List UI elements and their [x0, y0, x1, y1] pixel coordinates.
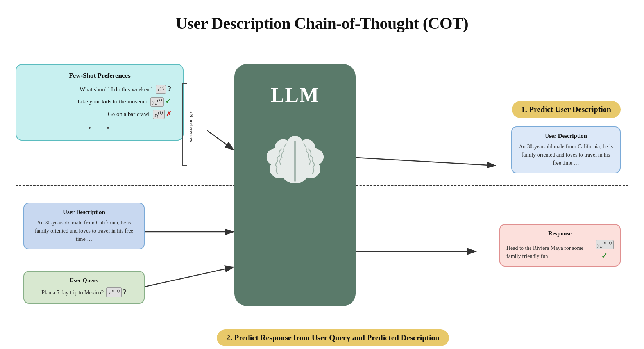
- step1-label: 1. Predict User Description: [512, 101, 621, 118]
- pref-row-1: What should I do this weekend x(1) ?: [26, 85, 174, 94]
- response-text-area: Head to the Riviera Maya for some family…: [506, 240, 614, 260]
- user-desc-top-title: User Description: [518, 133, 614, 139]
- pref-text-2: Take your kids to the museum yw(1) ✓: [26, 97, 174, 107]
- user-desc-box-top: User Description An 30-year-old male fro…: [511, 126, 621, 173]
- pref-row-3: Go on a bar crawl yl(1) ✗: [26, 110, 174, 119]
- check-icon-1: ✓: [165, 97, 171, 105]
- response-badge-area: yw(n+1) ✓: [596, 240, 614, 260]
- user-query-box: User Query Plan a 5 day trip to Mexico? …: [23, 271, 145, 304]
- svg-rect-0: [294, 140, 296, 182]
- response-box: Response Head to the Riviera Maya for so…: [499, 224, 621, 267]
- llm-box: LLM: [234, 64, 356, 306]
- pref-text-3: Go on a bar crawl yl(1) ✗: [26, 110, 174, 119]
- xn-preferences-label: xN preferences: [189, 111, 195, 142]
- check-icon-response: ✓: [601, 251, 608, 260]
- response-title: Response: [506, 230, 614, 237]
- few-shot-title: Few-Shot Preferences: [26, 72, 174, 80]
- var-xn1: x(n+1): [106, 287, 122, 297]
- svg-line-2: [207, 130, 234, 150]
- user-desc-bottom-left: User Description An 30-year-old male fro…: [23, 203, 145, 249]
- few-shot-rows: What should I do this weekend x(1) ? Tak…: [26, 85, 174, 133]
- response-text: Head to the Riviera Maya for some family…: [506, 244, 592, 260]
- cross-icon-1: ✗: [166, 110, 171, 117]
- var-yl1: yl(1): [153, 110, 165, 119]
- step2-label: 2. Predict Response from User Query and …: [217, 329, 449, 346]
- user-desc-bottom-title: User Description: [30, 209, 138, 215]
- var-ywn1: yw(n+1): [596, 240, 614, 249]
- svg-line-5: [145, 267, 234, 287]
- few-shot-box: Few-Shot Preferences What should I do th…: [16, 64, 184, 141]
- user-desc-bottom-text: An 30-year-old male from California, he …: [30, 219, 138, 243]
- llm-label: LLM: [271, 84, 319, 107]
- pref-row-2: Take your kids to the museum yw(1) ✓: [26, 97, 174, 107]
- svg-line-3: [356, 158, 496, 166]
- dots-row: • •: [26, 124, 174, 133]
- pref-text-1: What should I do this weekend x(1) ?: [26, 85, 174, 94]
- user-query-text: Plan a 5 day trip to Mexico? x(n+1) ?: [30, 287, 138, 297]
- user-query-title: User Query: [30, 277, 138, 284]
- bracket-svg: xN preferences: [179, 80, 210, 169]
- user-desc-top-text: An 30-year-old male from California, he …: [518, 142, 614, 167]
- brain-icon: [260, 130, 330, 189]
- main-title: User Description Chain-of-Thought (COT): [0, 0, 644, 41]
- var-yw1: yw(1): [150, 97, 164, 107]
- var-x1: x(1): [156, 85, 166, 94]
